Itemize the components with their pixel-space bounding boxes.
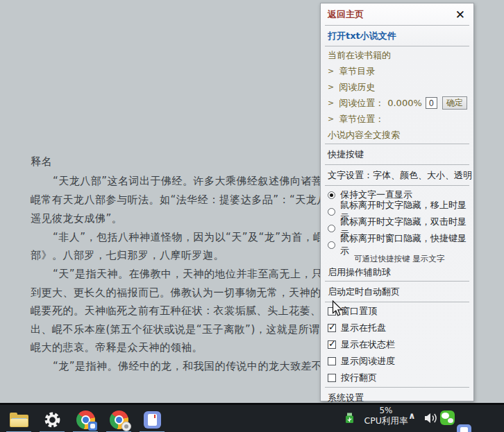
chevron-right-icon: >	[328, 83, 334, 92]
reader-text-line: 到更大、更长久的福报而已。佛教认为一切事物无常，天神的寿命终	[31, 286, 353, 300]
option-label: 显示在状态栏	[341, 338, 395, 351]
reader-text-line: 遥见彼龙女成佛”。	[31, 212, 122, 225]
assist-ball-item[interactable]: 启用操作辅助球	[328, 264, 467, 280]
radio-icon[interactable]	[328, 208, 335, 216]
app-badge-icon	[88, 422, 97, 431]
chapter-toc-label: 章节目录	[339, 65, 375, 78]
taskbar-button-settings[interactable]	[35, 407, 69, 432]
reader-text-line: “天龙八部”这名词出于佛经。许多大乘佛经叙述佛向诸菩萨、比	[53, 175, 355, 188]
taskbar-button-chrome[interactable]	[69, 407, 102, 432]
option-label: 按行翻页	[341, 372, 377, 384]
reading-history-link[interactable]: > 阅读历史	[328, 79, 467, 95]
reader-app-icon	[144, 411, 161, 429]
cpu-percent: 5%	[357, 406, 415, 415]
reading-position-value: 0.000%	[387, 98, 422, 108]
display-mode-radio-group: 保持文字一直显示鼠标离开时文字隐藏，移上时显示鼠标离开时文字隐藏，双击时显示鼠标…	[328, 187, 467, 253]
divider	[325, 25, 469, 26]
back-home-link[interactable]: 返回主页	[328, 8, 364, 21]
reader-text-line: 部》。八部罗，七归那罗，八摩听罗迦。	[31, 249, 224, 262]
radio-icon[interactable]	[328, 225, 335, 232]
radio-selected-icon[interactable]	[328, 191, 335, 199]
checkbox-icon[interactable]	[328, 374, 336, 382]
chevron-right-icon: >	[328, 114, 334, 123]
reader-text-line: “天”是指天神。在佛教中，天神的地位并非至高无上，只不过比	[53, 268, 355, 281]
cpu-label: CPU利用率	[357, 415, 415, 426]
option-label: 显示在托盘	[341, 322, 386, 334]
reader-text-line: “龙”是指神。佛经中的龙，和我国的传说中的龙大致差不多，不	[53, 360, 355, 373]
option-label: 窗口置顶	[341, 305, 377, 318]
reading-position-row: > 阅读位置： 0.000% 确定	[328, 95, 467, 111]
chapter-position-row[interactable]: > 章节位置：	[328, 111, 467, 127]
reader-text-line: 崐大的悲哀。帝释是众天神的领袖。	[31, 341, 203, 354]
radio-icon[interactable]	[328, 241, 335, 249]
confirm-button[interactable]: 确定	[442, 96, 467, 110]
chevron-right-icon: >	[328, 98, 334, 107]
fulltext-search-link[interactable]: 小说内容全文搜索	[328, 127, 467, 143]
reading-history-label: 阅读历史	[339, 81, 375, 94]
volume-icon[interactable]	[424, 413, 439, 426]
options-checkbox-group: 窗口置顶显示在托盘显示在状态栏显示阅读进度按行翻页	[328, 303, 467, 386]
option-checkbox-0[interactable]: 窗口置顶	[328, 303, 467, 320]
divider	[325, 281, 469, 282]
current-book-label: 当前在读书籍的	[328, 47, 467, 63]
divider	[325, 144, 469, 144]
display-mode-option-3[interactable]: 鼠标离开时窗口隐藏，快捷键显示	[328, 236, 467, 253]
profile-badge-icon	[121, 422, 131, 431]
chevron-right-icon: >	[328, 67, 334, 76]
chapter-toc-link[interactable]: > 章节目录	[328, 63, 467, 79]
option-label: 显示阅读进度	[341, 355, 395, 368]
auto-page-item[interactable]: 启动定时自动翻页	[328, 282, 467, 301]
reader-text-line: 出、崐不乐本座(第五个征状或说是“玉子离散”)，这就是所谓“天人五	[31, 323, 358, 336]
reader-text-line: 崐常有天龙八部参与听法。如“法华经：提婆达多品”：“天龙八部、人	[31, 193, 360, 207]
wechat-tray-icon[interactable]	[440, 411, 455, 425]
cpu-usage-tray-widget[interactable]: 5% CPU利用率	[357, 406, 415, 426]
taskbar-apps	[2, 407, 169, 432]
checkbox-icon[interactable]	[328, 357, 336, 365]
mouse-cursor	[332, 300, 343, 320]
checkbox-checked-icon[interactable]	[328, 340, 336, 349]
close-icon[interactable]: ✕	[454, 9, 467, 21]
text-settings-item[interactable]: 文字设置：字体、颜色、大小、透明	[328, 166, 467, 184]
divider	[325, 302, 469, 302]
option-checkbox-2[interactable]: 显示在状态栏	[328, 336, 467, 353]
taskbar-button-reader-app[interactable]	[135, 407, 169, 432]
reader-tray-icon[interactable]	[457, 424, 471, 432]
desktop: 释名“天龙八部”这名词出于佛经。许多大乘佛经叙述佛向诸菩萨、比崐常有天龙八部参与…	[0, 0, 504, 59]
reading-position-label: 阅读位置：	[339, 97, 384, 110]
divider	[325, 185, 469, 186]
reading-position-input[interactable]	[426, 97, 437, 109]
option-checkbox-4[interactable]: 按行翻页	[328, 370, 467, 386]
usb-device-tray-icon[interactable]	[344, 412, 355, 426]
divider	[325, 46, 469, 46]
file-explorer-icon	[10, 413, 28, 427]
option-checkbox-1[interactable]: 显示在托盘	[328, 320, 467, 336]
reader-menu-panel: 返回主页 ✕ 打开txt小说文件 当前在读书籍的 > 章节目录 > 阅读历史 >…	[320, 3, 474, 401]
checkbox-checked-icon[interactable]	[328, 324, 336, 332]
chrome-icon	[76, 411, 95, 429]
taskbar-button-chrome-profile[interactable]	[102, 407, 135, 432]
reader-text-line: 崐要死的。天神临死之前有五种征状：衣裳垢腻、头上花萎、身体臭	[31, 304, 353, 318]
hotkeys-item[interactable]: 快捷按键	[328, 145, 467, 164]
taskbar-button-file-explorer[interactable]	[2, 407, 35, 432]
divider	[325, 387, 469, 388]
chrome-icon	[110, 411, 128, 429]
panel-header: 返回主页 ✕	[328, 5, 467, 24]
reader-text-line: 释名	[31, 155, 52, 169]
divider	[325, 164, 469, 165]
gear-icon	[43, 411, 62, 429]
option-checkbox-3[interactable]: 显示阅读进度	[328, 353, 467, 370]
tray-overflow-chevron[interactable]: ∧	[408, 411, 416, 421]
chapter-position-label: 章节位置：	[339, 113, 384, 126]
open-txt-file-link[interactable]: 打开txt小说文件	[328, 26, 467, 45]
